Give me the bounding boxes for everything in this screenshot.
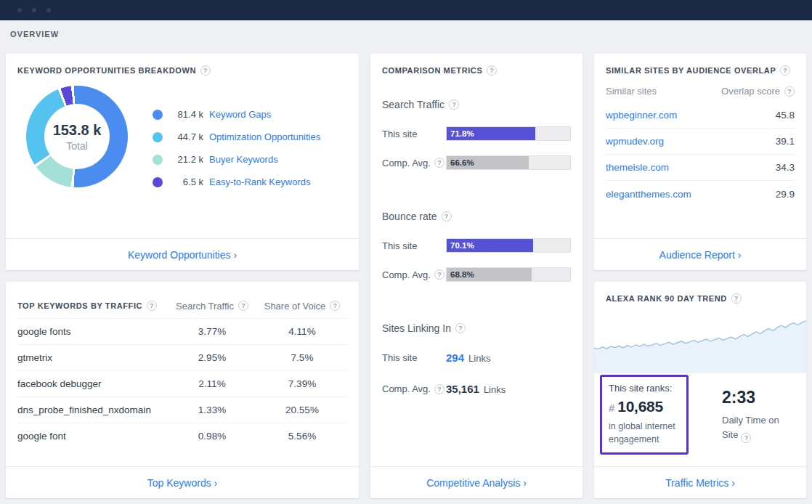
comp-avg-label: Comp. Avg. [382,158,446,168]
top-keywords-card: TOP KEYWORDS BY TRAFFIC Search Traffic S… [6,282,359,498]
keyword-cell: gtmetrix [17,352,167,363]
this-site-links-value: 294 [446,351,464,364]
share-of-voice-cell: 5.56% [257,431,347,442]
comparison-metrics-card: COMPARISON METRICS Search Traffic This s… [370,54,582,498]
comparison-metrics-footer: Competitive Analysis [370,466,582,498]
rank-value-row: # 10,685 [609,398,680,415]
search-traffic-cell: 2.11% [167,378,257,389]
keyword-gaps-link[interactable]: Keyword Gaps [209,109,271,120]
bounce-rate-section: Bounce rate This site 70.1% Comp. Avg. [382,211,571,282]
this-site-links-row: This site 294 Links [382,351,571,364]
list-item: themeisle.com 34.3 [606,155,795,181]
help-icon[interactable] [330,301,340,311]
overlap-score-value: 45.8 [776,110,795,121]
share-of-voice-header-label: Share of Voice [264,301,326,312]
keyword-cell: google font [17,431,167,442]
table-row: google font 0.98% 5.56% [17,423,347,449]
similar-site-link[interactable]: elegantthemes.com [606,189,691,200]
share-of-voice-cell: 20.55% [257,405,347,415]
comp-avg-row: Comp. Avg. 66.6% [382,155,571,170]
overview-section-label: OVERVIEW [10,30,59,38]
bounce-rate-section-label-row: Bounce rate [382,211,571,222]
audience-report-link[interactable]: Audience Report [659,249,742,261]
top-keywords-title: TOP KEYWORDS BY TRAFFIC [17,301,142,310]
alexa-rank-trend-chart [594,314,806,373]
bar-value: 71.8% [447,129,474,138]
search-traffic-cell: 1.33% [167,405,257,415]
traffic-metrics-link[interactable]: Traffic Metrics [665,477,735,489]
comparison-metrics-title: COMPARISON METRICS [382,66,482,75]
help-icon[interactable] [731,293,742,304]
search-traffic-cell: 2.95% [167,352,257,363]
list-item: elegantthemes.com 29.9 [606,181,795,207]
comparison-metrics-title-row: COMPARISON METRICS [382,65,571,76]
comp-avg-label: Comp. Avg. [382,269,446,280]
help-icon[interactable] [784,86,795,97]
keyword-opportunities-footer: Keyword Opportunities [6,238,359,270]
bar-value: 68.8% [447,270,474,279]
list-item: wpbeginner.com 45.8 [606,102,795,129]
competitive-analysis-link[interactable]: Competitive Analysis [426,477,527,489]
keyword-opportunities-title-row: KEYWORD OPPORTUNITIES BREAKDOWN [17,65,347,76]
bar-fill: 68.8% [447,268,532,281]
help-icon[interactable] [780,65,790,76]
topbar-dot-icon [46,8,51,12]
help-icon[interactable] [449,99,459,110]
optimization-opportunities-link[interactable]: Optimization Opportunities [209,131,320,142]
keyword-opportunities-report-link[interactable]: Keyword Opportunities [128,249,237,261]
buyer-keywords-link[interactable]: Buyer Keywords [209,154,278,165]
table-row: facebook debugger 2.11% 7.39% [17,370,347,397]
similar-sites-card: SIMILAR SITES BY AUDIENCE OVERLAP Simila… [594,54,806,270]
legend-value: 21.2 k [170,154,203,165]
this-site-label: This site [382,240,446,251]
legend-dot-icon [153,110,163,120]
legend-row-easy-to-rank: 6.5 k Easy-to-Rank Keywords [153,171,320,193]
easy-to-rank-keywords-link[interactable]: Easy-to-Rank Keywords [209,176,310,187]
similar-sites-column-header: Similar sites [606,86,657,97]
help-icon[interactable] [434,384,444,394]
legend-row-keyword-gaps: 81.4 k Keyword Gaps [153,103,320,126]
bar-fill: 66.6% [447,156,529,169]
overlap-score-value: 29.9 [776,189,795,200]
similar-sites-title: SIMILAR SITES BY AUDIENCE OVERLAP [606,66,776,75]
table-row: gtmetrix 2.95% 7.5% [17,344,347,370]
similar-site-link[interactable]: wpmudev.org [606,136,664,147]
help-icon[interactable] [200,65,211,76]
similar-sites-list: wpbeginner.com 45.8 wpmudev.org 39.1 the… [606,102,795,207]
share-of-voice-cell: 7.5% [257,352,347,363]
similar-site-link[interactable]: wpbeginner.com [606,110,677,121]
help-icon[interactable] [238,301,248,311]
keyword-opportunities-title: KEYWORD OPPORTUNITIES BREAKDOWN [17,66,196,75]
rank-subtext: in global internet engagement [609,420,680,446]
similar-site-link[interactable]: themeisle.com [606,162,669,173]
help-icon[interactable] [147,301,157,311]
links-suffix: Links [484,384,506,395]
help-icon[interactable] [741,433,751,443]
bar-fill: 71.8% [447,127,535,140]
keyword-cell: facebook debugger [17,378,167,389]
help-icon[interactable] [455,323,466,333]
search-traffic-comp-avg-bar: 66.6% [446,155,571,170]
help-icon[interactable] [434,158,444,168]
top-keywords-report-link[interactable]: Top Keywords [147,477,218,489]
sites-linking-in-section: Sites Linking In This site 294 Links Com… [382,322,571,395]
top-keywords-header-row: TOP KEYWORDS BY TRAFFIC Search Traffic S… [17,293,347,318]
alexa-rank-title-row: ALEXA RANK 90 DAY TREND [606,293,795,304]
alexa-rank-title: ALEXA RANK 90 DAY TREND [606,294,727,303]
site-rank-highlight-box: This site ranks: # 10,685 in global inte… [600,375,689,455]
keyword-donut: 153.8 k Total [26,86,128,187]
legend-dot-icon [153,132,163,142]
similar-sites-footer: Audience Report [594,238,806,270]
daily-time-value: 2:33 [722,388,792,407]
help-icon[interactable] [487,65,497,76]
keyword-cell: dns_probe_finished_nxdomain [17,405,167,415]
legend-row-buyer-keywords: 21.2 k Buyer Keywords [153,148,320,171]
bar-fill: 70.1% [447,239,533,252]
help-icon[interactable] [434,269,444,280]
search-traffic-column-header: Search Traffic [167,301,257,312]
help-icon[interactable] [442,211,452,221]
donut-total-label: Total [66,140,88,152]
search-traffic-cell: 0.98% [167,431,257,442]
rank-value: 10,685 [617,398,662,415]
legend-dot-icon [153,177,163,187]
